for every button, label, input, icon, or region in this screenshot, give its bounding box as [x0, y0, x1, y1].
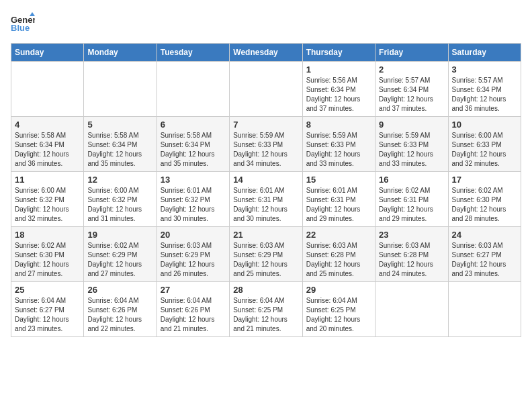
- header-row: SundayMondayTuesdayWednesdayThursdayFrid…: [11, 44, 521, 62]
- calendar-table: SundayMondayTuesdayWednesdayThursdayFrid…: [11, 43, 521, 337]
- day-info: Sunrise: 5:57 AM Sunset: 6:34 PM Dayligh…: [452, 76, 517, 113]
- day-cell: 29Sunrise: 6:04 AM Sunset: 6:25 PM Dayli…: [302, 282, 375, 337]
- day-info: Sunrise: 6:02 AM Sunset: 6:29 PM Dayligh…: [87, 241, 152, 279]
- day-info: Sunrise: 5:58 AM Sunset: 6:34 PM Dayligh…: [15, 131, 80, 169]
- day-cell: 6Sunrise: 5:58 AM Sunset: 6:34 PM Daylig…: [157, 117, 229, 172]
- day-cell: 18Sunrise: 6:02 AM Sunset: 6:30 PM Dayli…: [11, 227, 84, 282]
- day-cell: 8Sunrise: 5:59 AM Sunset: 6:33 PM Daylig…: [302, 117, 375, 172]
- day-cell: 23Sunrise: 6:03 AM Sunset: 6:28 PM Dayli…: [375, 227, 448, 282]
- header-cell-monday: Monday: [84, 44, 157, 62]
- day-info: Sunrise: 5:57 AM Sunset: 6:34 PM Dayligh…: [379, 76, 444, 113]
- day-number: 29: [306, 285, 371, 295]
- svg-marker-2: [30, 12, 35, 16]
- day-info: Sunrise: 6:00 AM Sunset: 6:32 PM Dayligh…: [87, 186, 152, 224]
- week-row-1: 4Sunrise: 5:58 AM Sunset: 6:34 PM Daylig…: [11, 117, 521, 172]
- day-info: Sunrise: 6:04 AM Sunset: 6:25 PM Dayligh…: [233, 296, 298, 334]
- day-number: 6: [161, 120, 226, 130]
- day-cell: [11, 62, 84, 117]
- day-info: Sunrise: 6:03 AM Sunset: 6:29 PM Dayligh…: [233, 241, 298, 279]
- day-number: 18: [15, 230, 80, 240]
- week-row-3: 18Sunrise: 6:02 AM Sunset: 6:30 PM Dayli…: [11, 227, 521, 282]
- day-cell: 11Sunrise: 6:00 AM Sunset: 6:32 PM Dayli…: [11, 172, 84, 227]
- day-number: 14: [233, 175, 298, 185]
- day-info: Sunrise: 6:04 AM Sunset: 6:25 PM Dayligh…: [306, 296, 371, 334]
- logo-icon: General Blue: [11, 11, 35, 35]
- day-cell: 26Sunrise: 6:04 AM Sunset: 6:26 PM Dayli…: [84, 282, 157, 337]
- day-cell: 1Sunrise: 5:56 AM Sunset: 6:34 PM Daylig…: [302, 62, 375, 117]
- day-cell: 3Sunrise: 5:57 AM Sunset: 6:34 PM Daylig…: [448, 62, 521, 117]
- day-number: 25: [15, 285, 80, 295]
- day-info: Sunrise: 6:01 AM Sunset: 6:32 PM Dayligh…: [161, 186, 226, 224]
- calendar-header: SundayMondayTuesdayWednesdayThursdayFrid…: [11, 44, 521, 62]
- day-cell: 21Sunrise: 6:03 AM Sunset: 6:29 PM Dayli…: [230, 227, 302, 282]
- day-info: Sunrise: 6:01 AM Sunset: 6:31 PM Dayligh…: [306, 186, 371, 224]
- day-cell: 25Sunrise: 6:04 AM Sunset: 6:27 PM Dayli…: [11, 282, 84, 337]
- day-info: Sunrise: 6:02 AM Sunset: 6:30 PM Dayligh…: [452, 186, 517, 224]
- day-info: Sunrise: 6:04 AM Sunset: 6:27 PM Dayligh…: [15, 296, 80, 334]
- header-cell-sunday: Sunday: [11, 44, 84, 62]
- day-cell: 19Sunrise: 6:02 AM Sunset: 6:29 PM Dayli…: [84, 227, 157, 282]
- day-number: 4: [15, 120, 80, 130]
- day-number: 19: [87, 230, 152, 240]
- day-cell: 7Sunrise: 5:59 AM Sunset: 6:33 PM Daylig…: [230, 117, 302, 172]
- day-cell: 15Sunrise: 6:01 AM Sunset: 6:31 PM Dayli…: [302, 172, 375, 227]
- calendar-body: 1Sunrise: 5:56 AM Sunset: 6:34 PM Daylig…: [11, 62, 521, 337]
- day-number: 21: [233, 230, 298, 240]
- day-cell: 27Sunrise: 6:04 AM Sunset: 6:26 PM Dayli…: [157, 282, 229, 337]
- day-number: 11: [15, 175, 80, 185]
- day-number: 17: [452, 175, 517, 185]
- day-info: Sunrise: 6:02 AM Sunset: 6:30 PM Dayligh…: [15, 241, 80, 279]
- day-cell: 2Sunrise: 5:57 AM Sunset: 6:34 PM Daylig…: [375, 62, 448, 117]
- day-cell: 9Sunrise: 5:59 AM Sunset: 6:33 PM Daylig…: [375, 117, 448, 172]
- day-number: 27: [161, 285, 226, 295]
- day-number: 24: [452, 230, 517, 240]
- day-info: Sunrise: 6:04 AM Sunset: 6:26 PM Dayligh…: [87, 296, 152, 334]
- day-number: 5: [87, 120, 152, 130]
- page-header: General Blue: [11, 11, 521, 35]
- day-info: Sunrise: 5:59 AM Sunset: 6:33 PM Dayligh…: [233, 131, 298, 169]
- day-number: 7: [233, 120, 298, 130]
- day-cell: 14Sunrise: 6:01 AM Sunset: 6:31 PM Dayli…: [230, 172, 302, 227]
- day-cell: [84, 62, 157, 117]
- header-cell-saturday: Saturday: [448, 44, 521, 62]
- day-number: 20: [161, 230, 226, 240]
- day-number: 12: [87, 175, 152, 185]
- day-number: 2: [379, 64, 444, 75]
- day-info: Sunrise: 6:03 AM Sunset: 6:28 PM Dayligh…: [306, 241, 371, 279]
- day-info: Sunrise: 5:56 AM Sunset: 6:34 PM Dayligh…: [306, 76, 371, 113]
- day-info: Sunrise: 6:04 AM Sunset: 6:26 PM Dayligh…: [161, 296, 226, 334]
- day-number: 16: [379, 175, 444, 185]
- day-info: Sunrise: 5:59 AM Sunset: 6:33 PM Dayligh…: [306, 131, 371, 169]
- day-number: 22: [306, 230, 371, 240]
- day-info: Sunrise: 6:03 AM Sunset: 6:28 PM Dayligh…: [379, 241, 444, 279]
- day-number: 10: [452, 120, 517, 130]
- week-row-4: 25Sunrise: 6:04 AM Sunset: 6:27 PM Dayli…: [11, 282, 521, 337]
- day-info: Sunrise: 6:01 AM Sunset: 6:31 PM Dayligh…: [233, 186, 298, 224]
- week-row-0: 1Sunrise: 5:56 AM Sunset: 6:34 PM Daylig…: [11, 62, 521, 117]
- day-info: Sunrise: 6:03 AM Sunset: 6:27 PM Dayligh…: [452, 241, 517, 279]
- day-cell: 13Sunrise: 6:01 AM Sunset: 6:32 PM Dayli…: [157, 172, 229, 227]
- day-cell: 28Sunrise: 6:04 AM Sunset: 6:25 PM Dayli…: [230, 282, 302, 337]
- day-number: 3: [452, 64, 517, 75]
- header-cell-friday: Friday: [375, 44, 448, 62]
- day-cell: [230, 62, 302, 117]
- day-info: Sunrise: 6:00 AM Sunset: 6:33 PM Dayligh…: [452, 131, 517, 169]
- day-cell: 4Sunrise: 5:58 AM Sunset: 6:34 PM Daylig…: [11, 117, 84, 172]
- day-number: 26: [87, 285, 152, 295]
- day-info: Sunrise: 5:58 AM Sunset: 6:34 PM Dayligh…: [161, 131, 226, 169]
- day-info: Sunrise: 6:03 AM Sunset: 6:29 PM Dayligh…: [161, 241, 226, 279]
- day-info: Sunrise: 6:00 AM Sunset: 6:32 PM Dayligh…: [15, 186, 80, 224]
- header-cell-tuesday: Tuesday: [157, 44, 229, 62]
- day-number: 1: [306, 64, 371, 75]
- day-cell: [157, 62, 229, 117]
- day-cell: 24Sunrise: 6:03 AM Sunset: 6:27 PM Dayli…: [448, 227, 521, 282]
- svg-text:Blue: Blue: [11, 23, 30, 33]
- header-cell-wednesday: Wednesday: [230, 44, 302, 62]
- day-cell: 17Sunrise: 6:02 AM Sunset: 6:30 PM Dayli…: [448, 172, 521, 227]
- day-number: 23: [379, 230, 444, 240]
- day-info: Sunrise: 5:58 AM Sunset: 6:34 PM Dayligh…: [87, 131, 152, 169]
- day-cell: 22Sunrise: 6:03 AM Sunset: 6:28 PM Dayli…: [302, 227, 375, 282]
- day-cell: 16Sunrise: 6:02 AM Sunset: 6:31 PM Dayli…: [375, 172, 448, 227]
- day-number: 28: [233, 285, 298, 295]
- week-row-2: 11Sunrise: 6:00 AM Sunset: 6:32 PM Dayli…: [11, 172, 521, 227]
